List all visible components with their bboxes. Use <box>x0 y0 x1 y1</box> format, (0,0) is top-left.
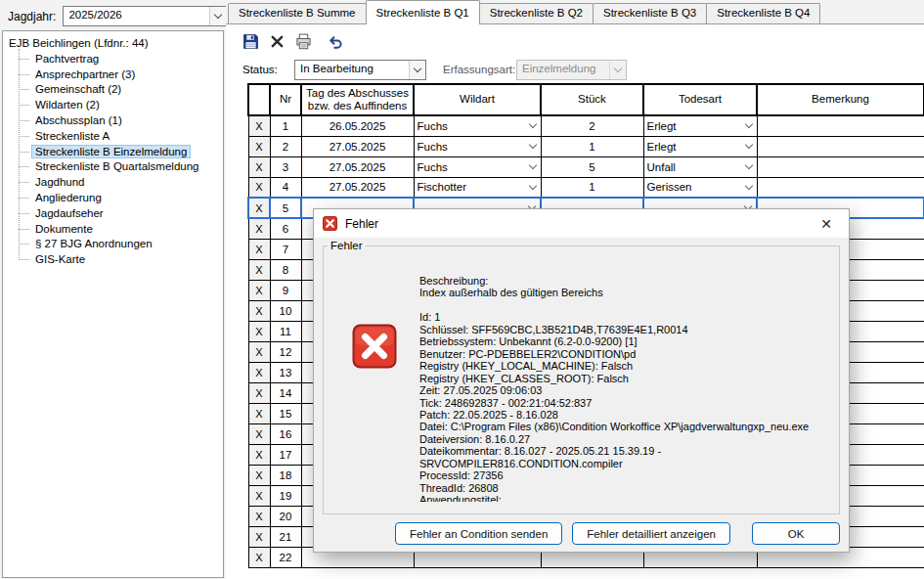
row-select-button[interactable]: X <box>248 177 270 198</box>
row-select-button[interactable]: X <box>248 115 270 136</box>
erfassungsart-label: Erfassungsart: <box>443 64 515 75</box>
sidebar-item-wildarten-2[interactable]: Wildarten (2) <box>19 97 221 112</box>
undo-button[interactable] <box>325 31 345 52</box>
sidebar-item-label: GIS-Karte <box>32 253 88 265</box>
error-group-label: Fehler <box>328 240 366 251</box>
error-details-text: Beschreibung:Index außerhalb des gültige… <box>419 275 833 502</box>
row-number-cell: 10 <box>270 300 301 321</box>
chevron-down-icon <box>528 120 536 128</box>
sidebar-item-label: Dokumente <box>32 223 96 235</box>
row-select-button[interactable]: X <box>248 218 270 239</box>
wildart-select[interactable]: Fuchs <box>414 136 541 156</box>
column-header <box>248 84 270 115</box>
sidebar-item-angliederung[interactable]: Angliederung <box>19 190 221 205</box>
sidebar-item-jagdhund[interactable]: Jagdhund <box>19 174 221 190</box>
row-number-cell: 4 <box>270 177 301 198</box>
todesart-select[interactable]: Erlegt <box>643 136 757 156</box>
row-select-button[interactable]: X <box>248 403 270 423</box>
row-number-cell: 11 <box>270 321 301 341</box>
print-button[interactable] <box>293 31 314 52</box>
tab-streckenliste-b-q2[interactable]: Streckenliste B Q2 <box>479 3 594 23</box>
row-select-button[interactable]: X <box>248 547 270 567</box>
chevron-down-icon <box>609 61 626 79</box>
sidebar-item-streckenliste-a[interactable]: Streckenliste A <box>19 128 221 144</box>
row-select-button[interactable]: X <box>248 382 270 403</box>
date-cell[interactable]: 27.05.2025 <box>301 136 414 156</box>
date-cell[interactable]: 26.05.2025 <box>301 115 414 136</box>
row-number-cell: 21 <box>270 526 301 547</box>
sidebar-item-gis-karte[interactable]: GIS-Karte <box>19 251 221 267</box>
todesart-select[interactable]: Unfall <box>643 156 757 177</box>
row-select-button[interactable]: X <box>248 259 270 280</box>
sidebar-item-streckenliste-b-quartalsmeldung[interactable]: Streckenliste B Quartalsmeldung <box>19 159 221 175</box>
sidebar-item-abschussplan-1[interactable]: Abschussplan (1) <box>19 112 221 128</box>
row-select-button[interactable]: X <box>248 321 270 341</box>
stueck-cell[interactable]: 1 <box>541 136 643 156</box>
tab-streckenliste-b-q1[interactable]: Streckenliste B Q1 <box>366 0 480 24</box>
row-select-button[interactable]: X <box>248 280 270 300</box>
row-select-button[interactable]: X <box>248 444 270 465</box>
dialog-titlebar: Fehler ✕ <box>314 209 849 238</box>
status-select[interactable]: In Bearbeitung <box>294 60 426 80</box>
tab-streckenliste-b-q3[interactable]: Streckenliste B Q3 <box>593 3 707 23</box>
row-select-button[interactable]: X <box>248 239 270 259</box>
error-icon-small <box>323 216 337 231</box>
sidebar-item-pachtvertrag[interactable]: Pachtvertrag <box>19 51 221 67</box>
column-header: Stück <box>541 84 643 115</box>
wildart-value: Fuchs <box>418 141 448 153</box>
wildart-select[interactable]: Fischotter <box>414 177 541 198</box>
stueck-cell[interactable]: 2 <box>541 115 643 136</box>
app-window: Jagdjahr: 2025/2026 EJB Beichlingen (Lfd… <box>0 0 924 579</box>
row-number-cell: 20 <box>270 506 301 526</box>
save-button[interactable] <box>241 31 261 52</box>
tab-streckenliste-b-q4[interactable]: Streckenliste B Q4 <box>706 3 820 23</box>
jagdjahr-value: 2025/2026 <box>64 7 209 25</box>
todesart-select[interactable]: Erlegt <box>643 115 757 136</box>
row-number-cell: 16 <box>270 423 301 444</box>
row-number-cell: 18 <box>270 465 301 485</box>
date-cell[interactable]: 27.05.2025 <box>301 177 414 198</box>
bemerkung-cell[interactable] <box>757 177 924 198</box>
sidebar-item-27-bjg-anordnungen[interactable]: § 27 BJG Anordnungen <box>19 237 221 252</box>
row-select-button[interactable]: X <box>248 526 270 547</box>
row-select-button[interactable]: X <box>248 423 270 444</box>
delete-button[interactable] <box>267 31 287 52</box>
date-cell[interactable]: 27.05.2025 <box>301 156 414 177</box>
sidebar-item-dokumente[interactable]: Dokumente <box>19 221 221 237</box>
row-select-button[interactable]: X <box>248 485 270 506</box>
close-icon[interactable]: ✕ <box>813 216 840 232</box>
save-icon <box>242 33 259 50</box>
show-details-button[interactable]: Fehler detailliert anzeigen <box>572 522 730 545</box>
row-select-button[interactable]: X <box>248 300 270 321</box>
row-select-button[interactable]: X <box>248 506 270 526</box>
send-error-button[interactable]: Fehler an Condition senden <box>395 522 562 545</box>
sidebar-item-jagdaufseher[interactable]: Jagdaufseher <box>19 205 221 221</box>
tree-root-item[interactable]: EJB Beichlingen (Lfdnr.: 44) <box>7 36 221 51</box>
row-select-button[interactable]: X <box>248 136 270 156</box>
sidebar-item-gemeinschaft-2[interactable]: Gemeinschaft (2) <box>19 82 221 98</box>
jagdjahr-select[interactable]: 2025/2026 <box>63 6 227 26</box>
wildart-select[interactable]: Fuchs <box>414 115 541 136</box>
stueck-cell[interactable]: 1 <box>541 177 643 198</box>
row-select-button[interactable]: X <box>248 465 270 485</box>
tab-streckenliste-b-summe[interactable]: Streckenliste B Summe <box>228 3 367 23</box>
row-select-button[interactable]: X <box>248 198 270 218</box>
column-header: Bemerkung <box>757 84 924 115</box>
wildart-cell-content: Fuchs <box>418 137 538 156</box>
sidebar-item-streckenliste-b-einzelmeldung[interactable]: Streckenliste B Einzelmeldung <box>19 144 221 159</box>
bemerkung-cell[interactable] <box>757 115 924 136</box>
row-select-button[interactable]: X <box>248 362 270 382</box>
row-select-button[interactable]: X <box>248 341 270 362</box>
sidebar-item-label: Jagdhund <box>32 176 88 188</box>
todesart-select[interactable]: Gerissen <box>643 177 757 198</box>
bemerkung-cell[interactable] <box>757 156 924 177</box>
tab-bar: Streckenliste B SummeStreckenliste B Q1S… <box>226 0 924 24</box>
row-number-cell: 12 <box>270 341 301 362</box>
sidebar-item-ansprechpartner-3[interactable]: Ansprechpartner (3) <box>19 67 221 82</box>
bemerkung-cell[interactable] <box>757 136 924 156</box>
row-select-button[interactable]: X <box>248 156 270 177</box>
todesart-value: Erlegt <box>647 120 677 132</box>
stueck-cell[interactable]: 5 <box>541 156 643 177</box>
wildart-select[interactable]: Fuchs <box>414 156 541 177</box>
ok-button[interactable]: OK <box>752 522 840 545</box>
